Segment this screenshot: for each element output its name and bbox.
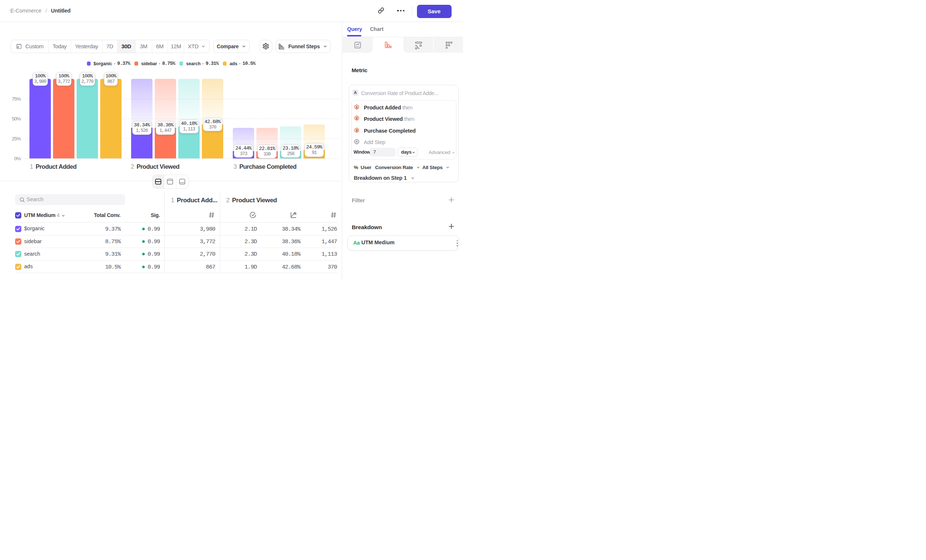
svg-text:3: 3 <box>356 129 358 132</box>
svg-text:1: 1 <box>356 105 358 109</box>
svg-text:2: 2 <box>356 117 358 120</box>
